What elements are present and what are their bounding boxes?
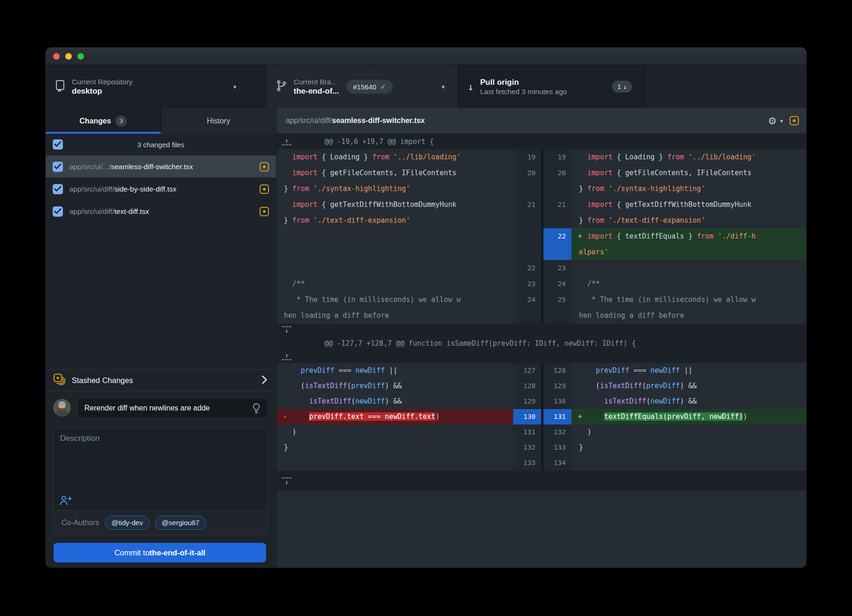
branch-dropdown-button[interactable]: Current Bra... the-end-of... #15640 ✓ ▾ — [267, 65, 458, 108]
code-right: } from './text-diff-expansion' — [571, 212, 806, 228]
diff-file-name: seamless-diff-switcher.tsx — [332, 116, 425, 124]
code-token: * The time (in milliseconds) we allow w — [284, 295, 460, 304]
file-row-seamless-diff-switcher[interactable]: app/src/ui/.../seamless-diff-switcher.ts… — [46, 156, 276, 178]
files-list-header: 3 changed files — [46, 134, 276, 156]
new-line-number[interactable]: 134 — [543, 455, 571, 471]
old-line-number[interactable]: 24 — [513, 292, 541, 308]
stash-icon — [53, 373, 66, 388]
old-line-number[interactable]: 129 — [513, 394, 541, 409]
diff-file-header: app/src/ui/diff/seamless-diff-switcher.t… — [276, 108, 806, 134]
dotted-line — [282, 144, 291, 145]
code-left: import { getTextDiffWithBottomDummyHunk — [276, 197, 513, 212]
coauthor-pill[interactable]: @sergiou87 — [155, 516, 206, 530]
code-left: - prevDiff.text === newDiff.text) — [276, 409, 513, 424]
old-line-number[interactable]: 127 — [513, 363, 541, 378]
old-line-number[interactable]: 131 — [513, 424, 541, 440]
deleted-marker: - — [283, 409, 287, 424]
old-line-number[interactable]: 21 — [513, 197, 541, 212]
commit-button[interactable]: Commit to the-end-of-it-all — [54, 543, 266, 562]
new-line-number[interactable]: 19 — [543, 149, 571, 165]
select-all-checkbox[interactable] — [53, 139, 63, 150]
new-line-number[interactable]: 24 — [543, 276, 571, 292]
file-name: seamless-diff-switcher.tsx — [111, 163, 193, 171]
new-line-number[interactable]: 20 — [543, 165, 571, 181]
new-line-number[interactable]: 130 — [543, 394, 571, 409]
tab-changes[interactable]: Changes 3 — [46, 108, 161, 134]
old-line-number[interactable] — [513, 181, 541, 197]
code-token: ) — [579, 428, 591, 436]
old-line-number[interactable]: 19 — [513, 149, 541, 165]
commit-summary-input[interactable] — [77, 398, 268, 418]
file-row-text-diff[interactable]: app/src/ui/diff/text-diff.tsx — [46, 200, 276, 223]
old-line-number[interactable] — [513, 228, 541, 244]
old-line-number[interactable]: 130 — [513, 409, 541, 424]
old-line-number[interactable] — [513, 244, 541, 260]
diff-row: import { Loading } from '../lib/loading'… — [276, 149, 806, 165]
code-token: ) && — [385, 397, 402, 405]
old-line-number[interactable] — [513, 308, 541, 323]
code-right: + textDiffEquals(prevDiff, newDiff)) — [571, 409, 806, 424]
expand-up-icon[interactable]: ↑ — [282, 353, 291, 360]
old-line-number[interactable]: 23 — [513, 276, 541, 292]
old-line-number[interactable]: 133 — [513, 455, 541, 471]
file-row-side-by-side-diff[interactable]: app/src/ui/diff/side-by-side-diff.tsx — [46, 178, 276, 200]
new-line-number[interactable]: 25 — [543, 292, 571, 308]
minimize-button[interactable] — [65, 53, 72, 60]
diff-row: } from './syntax-highlighting'} from './… — [276, 181, 806, 197]
commit-description-input[interactable] — [54, 428, 268, 510]
new-line-number[interactable] — [543, 308, 571, 323]
new-line-number[interactable] — [543, 244, 571, 260]
expand-down-icon[interactable]: ↓ — [282, 326, 291, 333]
pr-number-badge[interactable]: #15640 ✓ — [346, 80, 392, 94]
code-left — [276, 260, 513, 276]
code-token: { getTextDiffWithBottomDummyHunk — [317, 200, 456, 209]
code-token: } — [284, 185, 292, 193]
new-line-number[interactable]: 23 — [543, 260, 571, 276]
file-checkbox[interactable] — [53, 184, 63, 194]
old-line-number[interactable] — [513, 212, 541, 228]
new-line-number[interactable] — [543, 212, 571, 228]
old-line-number[interactable]: 132 — [513, 440, 541, 455]
new-line-number[interactable]: 21 — [543, 197, 571, 212]
code-left: prevDiff === newDiff || — [276, 363, 513, 378]
new-line-number[interactable] — [543, 181, 571, 197]
zoom-button[interactable] — [77, 53, 84, 60]
code-token: ( — [579, 382, 600, 390]
expand-down-icon[interactable]: ↓ — [282, 477, 291, 484]
code-token: import — [292, 153, 317, 161]
diff-options-button[interactable]: ⚙ ▾ — [768, 116, 783, 126]
branch-name: the-end-of... — [294, 86, 339, 96]
new-line-number[interactable]: 132 — [543, 424, 571, 440]
code-token: { textDiffEquals } — [612, 232, 697, 240]
code-token — [579, 397, 604, 405]
expand-up-icon[interactable]: ↑ — [282, 138, 291, 145]
old-line-number[interactable]: 128 — [513, 378, 541, 394]
code-token: } — [579, 185, 587, 193]
pull-origin-button[interactable]: ↓ Pull origin Last fetched 3 minutes ago… — [458, 65, 646, 108]
code-token: { Loading } — [317, 153, 372, 161]
coauthor-pill[interactable]: @tidy-dev — [105, 516, 150, 530]
new-line-number[interactable]: 128 — [543, 363, 571, 378]
new-line-number[interactable]: 131 — [543, 409, 571, 424]
code-token: { getFileContents, IFileContents — [612, 169, 751, 177]
code-token: ( — [646, 397, 651, 405]
old-line-number[interactable]: 20 — [513, 165, 541, 181]
diff-row: }132133} — [276, 440, 806, 455]
code-token: /** — [579, 280, 600, 288]
repository-dropdown-button[interactable]: Current Repository desktop ▾ — [46, 65, 267, 108]
close-button[interactable] — [53, 53, 60, 60]
new-line-number[interactable]: 133 — [543, 440, 571, 455]
lightbulb-icon[interactable] — [252, 403, 261, 416]
tab-history[interactable]: History — [161, 108, 276, 134]
code-token: from — [372, 153, 389, 161]
file-checkbox[interactable] — [53, 206, 63, 217]
new-line-number[interactable]: 22 — [543, 228, 571, 244]
file-checkbox[interactable] — [53, 162, 63, 172]
add-coauthor-button[interactable] — [59, 495, 72, 507]
code-token: ) — [743, 412, 747, 421]
old-line-number[interactable]: 22 — [513, 260, 541, 276]
code-right: elpers' — [571, 244, 806, 260]
stashed-changes-button[interactable]: Stashed Changes — [46, 370, 276, 391]
new-line-number[interactable]: 129 — [543, 378, 571, 394]
code-token: ) && — [680, 382, 697, 390]
